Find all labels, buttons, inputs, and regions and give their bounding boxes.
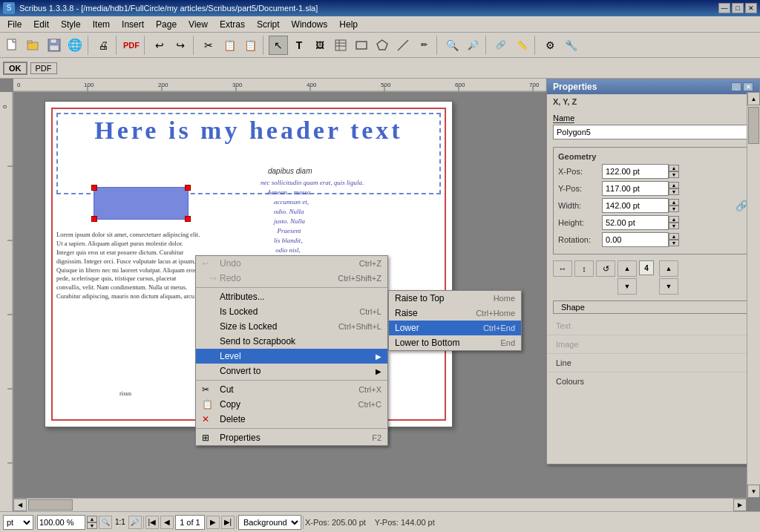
ypos-input[interactable] xyxy=(602,181,669,196)
ctx-level[interactable]: Level ▶ xyxy=(196,349,387,364)
copy-button[interactable]: 📋 xyxy=(220,36,239,55)
paste-button[interactable]: 📋 xyxy=(240,36,260,55)
eyedrop-tool[interactable]: 🔍 xyxy=(442,36,462,55)
link-tool[interactable]: 🔗 xyxy=(491,36,511,55)
ctx-lower[interactable]: Lower Ctrl+End xyxy=(389,321,521,335)
ok-button[interactable]: OK xyxy=(3,62,27,75)
xpos-up[interactable]: ▲ xyxy=(669,165,679,171)
ctx-delete[interactable]: ✕Delete xyxy=(196,412,387,427)
handle-bl[interactable] xyxy=(91,216,97,222)
cut-button[interactable]: ✂ xyxy=(199,36,218,55)
ypos-down[interactable]: ▼ xyxy=(669,188,679,195)
web-button[interactable]: 🌐 xyxy=(65,36,85,55)
height-down[interactable]: ▼ xyxy=(669,223,679,229)
redo-button[interactable]: ↩ xyxy=(171,36,190,55)
ctx-copy[interactable]: 📋Copy Ctrl+C xyxy=(196,397,387,412)
height-input[interactable] xyxy=(602,215,669,230)
flip-h-button[interactable]: ↔ xyxy=(553,260,572,277)
panel-close[interactable]: ✕ xyxy=(743,82,753,91)
settings-button[interactable]: ⚙ xyxy=(540,36,560,55)
measure-tool[interactable]: 📏 xyxy=(512,36,531,55)
menu-windows[interactable]: Windows xyxy=(286,18,334,31)
handle-tr[interactable] xyxy=(185,185,191,191)
page-input[interactable] xyxy=(175,515,205,530)
menu-view[interactable]: View xyxy=(183,18,214,31)
ctx-properties[interactable]: ⊞Properties F2 xyxy=(196,430,387,445)
undo-button[interactable]: ↩ xyxy=(150,36,169,55)
text-tool[interactable]: T xyxy=(289,36,309,55)
tab-shape[interactable]: Shape xyxy=(553,301,753,313)
rotation-down[interactable]: ▼ xyxy=(669,240,679,246)
tab-colours[interactable]: Colours xyxy=(547,372,759,390)
scroll-right-btn[interactable]: ▶ xyxy=(733,499,747,511)
menu-help[interactable]: Help xyxy=(333,18,364,31)
ctx-attributes[interactable]: Attributes... xyxy=(196,289,387,304)
print-button[interactable]: 🖨 xyxy=(94,36,113,55)
misc-button[interactable]: 🔧 xyxy=(561,36,580,55)
zoom-1-1[interactable]: 1:1 xyxy=(114,518,127,526)
polygon-tool[interactable] xyxy=(373,36,392,55)
menu-script[interactable]: Script xyxy=(251,18,286,31)
scroll-thumb-h[interactable] xyxy=(28,499,73,510)
menu-style[interactable]: Style xyxy=(55,18,87,31)
menu-file[interactable]: File xyxy=(1,18,27,31)
scroll-thumb-v[interactable] xyxy=(748,107,759,144)
extra-down-btn[interactable]: ▼ xyxy=(659,278,678,295)
select-tool[interactable]: ↖ xyxy=(269,36,288,55)
menu-edit[interactable]: Edit xyxy=(27,18,55,31)
width-down[interactable]: ▼ xyxy=(669,206,679,212)
ctx-undo[interactable]: ↩ Undo Ctrl+Z xyxy=(196,256,387,271)
scroll-up-btn[interactable]: ▲ xyxy=(747,92,760,105)
rotate-ccw-button[interactable]: ↺ xyxy=(596,260,615,277)
width-input[interactable] xyxy=(602,198,669,213)
rect-tool[interactable] xyxy=(352,36,371,55)
handle-br[interactable] xyxy=(185,216,191,222)
page-first[interactable]: |◀ xyxy=(145,516,159,529)
save-button[interactable] xyxy=(45,36,64,55)
xpos-down[interactable]: ▼ xyxy=(669,171,679,178)
tab-image[interactable]: Image xyxy=(547,335,759,354)
zoom-up[interactable]: ▲ xyxy=(87,516,97,522)
zoom-tool[interactable]: 🔎 xyxy=(463,36,482,55)
zoom-down[interactable]: ▼ xyxy=(87,522,97,529)
scroll-down-btn[interactable]: ▼ xyxy=(747,485,760,498)
xpos-input[interactable] xyxy=(602,164,669,179)
layer-select[interactable]: Background xyxy=(238,515,301,530)
ctx-cut[interactable]: ✂Cut Ctrl+X xyxy=(196,382,387,397)
panel-minimize[interactable]: _ xyxy=(731,82,741,91)
maximize-button[interactable]: □ xyxy=(732,3,744,13)
ctx-redo[interactable]: ↩ Redo Ctrl+Shift+Z xyxy=(196,271,387,286)
new-button[interactable] xyxy=(3,36,22,55)
menu-insert[interactable]: Insert xyxy=(116,18,150,31)
minimize-button[interactable]: — xyxy=(718,3,730,13)
width-up[interactable]: ▲ xyxy=(669,199,679,206)
extra-up-btn[interactable]: ▲ xyxy=(659,260,678,277)
tab-text[interactable]: Text xyxy=(547,317,759,335)
bezier-tool[interactable]: ✏ xyxy=(414,36,433,55)
zoom-out-btn[interactable]: 🔍 xyxy=(99,516,112,529)
zoom-input[interactable] xyxy=(37,515,85,530)
menu-extras[interactable]: Extras xyxy=(214,18,251,31)
rotation-up[interactable]: ▲ xyxy=(669,233,679,240)
handle-tl[interactable] xyxy=(91,185,97,191)
ctx-size-locked[interactable]: Size is Locked Ctrl+Shift+L xyxy=(196,319,387,334)
rotation-input[interactable] xyxy=(602,232,669,247)
scroll-left-btn[interactable]: ◀ xyxy=(13,499,27,511)
ypos-up[interactable]: ▲ xyxy=(669,182,679,188)
image-tool[interactable]: 🖼 xyxy=(310,36,330,55)
close-button[interactable]: ✕ xyxy=(745,3,757,13)
menu-page[interactable]: Page xyxy=(150,18,183,31)
ctx-scrapbook[interactable]: Send to Scrapbook xyxy=(196,334,387,349)
line-tool[interactable] xyxy=(393,36,413,55)
ctx-lower-bottom[interactable]: Lower to Bottom End xyxy=(389,335,521,350)
height-up[interactable]: ▲ xyxy=(669,216,679,223)
page-next[interactable]: ▶ xyxy=(206,516,220,529)
pdf-button[interactable]: PDF xyxy=(122,36,141,55)
name-input[interactable] xyxy=(553,125,753,139)
baseline-down-btn[interactable]: ▼ xyxy=(618,278,637,295)
zoom-in-btn[interactable]: 🔎 xyxy=(128,516,142,529)
table-tool[interactable] xyxy=(331,36,350,55)
ctx-is-locked[interactable]: Is Locked Ctrl+L xyxy=(196,304,387,319)
flip-v-button[interactable]: ↕ xyxy=(574,260,594,277)
page-prev[interactable]: ◀ xyxy=(160,516,174,529)
